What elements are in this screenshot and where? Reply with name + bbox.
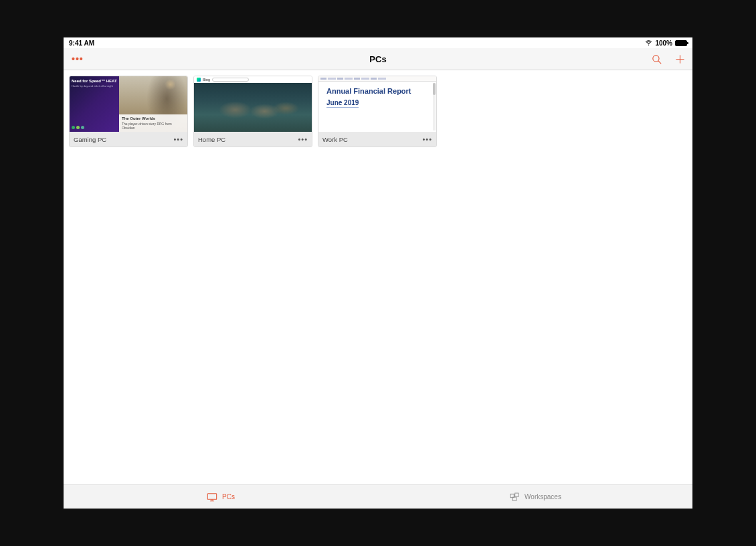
- workspaces-icon: [509, 492, 520, 502]
- tab-bar: PCs Workspaces: [64, 484, 692, 509]
- status-right: 100%: [645, 39, 687, 48]
- svg-line-1: [658, 60, 661, 63]
- thumb-text: Annual Financial Report: [326, 87, 428, 96]
- tab-label: PCs: [222, 493, 235, 500]
- pc-thumbnail: Annual Financial Report June 2019: [318, 76, 436, 132]
- pc-more-button[interactable]: •••: [173, 135, 183, 143]
- svg-rect-8: [515, 493, 518, 496]
- plus-icon: [674, 54, 686, 65]
- status-time: 9:41 AM: [69, 39, 94, 47]
- status-battery-percent: 100%: [655, 39, 672, 47]
- thumb-text: The player-driven story RPG from Obsidia…: [122, 122, 172, 130]
- wifi-icon: [645, 39, 652, 48]
- page-title: PCs: [64, 54, 692, 64]
- more-menu-button[interactable]: •••: [72, 54, 84, 64]
- tab-label: Workspaces: [525, 493, 561, 500]
- app-window: 9:41 AM 100% ••• PCs: [64, 37, 692, 509]
- pc-card-work[interactable]: Annual Financial Report June 2019 Work P…: [318, 76, 437, 147]
- pc-more-button[interactable]: •••: [422, 135, 432, 143]
- svg-rect-4: [207, 493, 216, 499]
- status-bar: 9:41 AM 100%: [64, 37, 692, 48]
- pc-card-home[interactable]: Bing Home PC •••: [193, 76, 312, 147]
- pc-name-label: Work PC: [322, 136, 348, 143]
- pc-card-footer: Work PC •••: [318, 132, 436, 147]
- pc-thumbnail: Bing: [194, 76, 312, 132]
- tab-pcs[interactable]: PCs: [64, 485, 378, 509]
- thumb-text: Need for Speed™ HEAT: [72, 79, 117, 84]
- pc-thumbnail: Need for Speed™ HEAT Hustle by day and r…: [70, 76, 187, 132]
- thumb-text: The Outer Worlds: [122, 116, 185, 121]
- search-button[interactable]: [651, 54, 662, 65]
- pc-name-label: Gaming PC: [74, 136, 106, 143]
- pc-card-footer: Home PC •••: [194, 132, 312, 147]
- pc-grid: Need for Speed™ HEAT Hustle by day and r…: [64, 70, 692, 484]
- pc-name-label: Home PC: [198, 136, 225, 143]
- pc-more-button[interactable]: •••: [298, 135, 308, 143]
- search-icon: [651, 54, 662, 65]
- tab-workspaces[interactable]: Workspaces: [378, 485, 692, 509]
- pc-card-footer: Gaming PC •••: [70, 132, 187, 147]
- thumb-text: June 2019: [326, 99, 359, 108]
- monitor-icon: [207, 492, 217, 502]
- battery-icon: [675, 40, 687, 46]
- pc-card-gaming[interactable]: Need for Speed™ HEAT Hustle by day and r…: [69, 76, 188, 147]
- thumb-text: Bing: [203, 78, 210, 82]
- nav-bar: ••• PCs: [64, 48, 692, 70]
- thumb-text: Hustle by day and risk it all at night: [72, 85, 117, 88]
- add-button[interactable]: [674, 54, 686, 65]
